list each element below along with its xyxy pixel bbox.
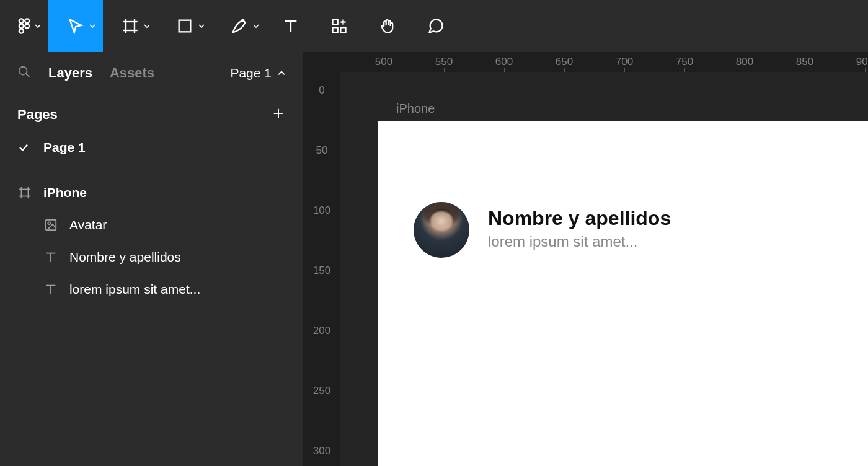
layer-label: Nombre y apellidos <box>69 250 181 265</box>
artboard-iphone[interactable]: Nombre y apellidos lorem ipsum sit amet.… <box>378 121 868 466</box>
comment-tool-button[interactable] <box>412 0 460 52</box>
chevron-down-icon <box>89 20 95 32</box>
page-selector-label: Page 1 <box>230 66 272 81</box>
ruler-h-tick: 600 <box>495 56 513 68</box>
avatar[interactable] <box>414 202 469 258</box>
chevron-down-icon <box>253 20 259 32</box>
svg-rect-13 <box>333 20 338 25</box>
svg-rect-26 <box>46 220 56 231</box>
ruler-h-tick: 850 <box>796 56 813 68</box>
svg-line-19 <box>26 73 30 77</box>
figma-menu-button[interactable] <box>0 0 48 52</box>
text-icon <box>43 282 58 297</box>
ruler-v-tick: 50 <box>316 144 328 157</box>
tab-assets[interactable]: Assets <box>110 65 154 81</box>
sidebar-tabs-row: Layers Assets Page 1 <box>0 52 303 94</box>
left-sidebar: Layers Assets Page 1 Pages Page 1 <box>0 52 303 466</box>
search-icon[interactable] <box>17 65 31 81</box>
frame-label[interactable]: iPhone <box>396 102 435 116</box>
svg-point-4 <box>19 29 24 33</box>
layer-label: iPhone <box>43 185 87 200</box>
layer-text-subtitle[interactable]: lorem ipsum sit amet... <box>0 273 303 306</box>
page-selector[interactable]: Page 1 <box>230 66 285 81</box>
layers-section: iPhone Avatar Nombre y apellidos lorem i… <box>0 170 303 306</box>
frame-icon <box>17 185 32 200</box>
layer-text-name[interactable]: Nombre y apellidos <box>0 241 303 273</box>
ruler-h-tick: 700 <box>616 56 633 68</box>
chevron-up-icon <box>278 69 285 77</box>
layer-image-avatar[interactable]: Avatar <box>0 209 303 241</box>
ruler-horizontal: 500550600650700750800850900 <box>340 52 868 72</box>
ruler-v-tick: 100 <box>313 204 330 217</box>
layer-label: Avatar <box>69 218 107 232</box>
pen-tool-button[interactable] <box>212 0 267 52</box>
move-tool-button[interactable] <box>48 0 103 52</box>
svg-rect-14 <box>333 27 338 32</box>
ruler-vertical: 050100150200250300 <box>303 72 340 466</box>
ruler-h-tick: 900 <box>856 56 868 68</box>
ruler-v-tick: 150 <box>313 265 330 277</box>
layer-label: lorem ipsum sit amet... <box>69 282 200 297</box>
resources-tool-button[interactable] <box>315 0 363 52</box>
page-item[interactable]: Page 1 <box>0 131 303 170</box>
chevron-down-icon <box>198 20 205 32</box>
svg-point-1 <box>25 19 29 23</box>
add-page-button[interactable] <box>272 107 285 123</box>
layer-frame-iphone[interactable]: iPhone <box>0 177 303 209</box>
pages-header: Pages <box>0 94 303 131</box>
svg-point-27 <box>48 222 50 224</box>
pages-title: Pages <box>17 107 58 123</box>
chevron-down-icon <box>35 20 41 32</box>
main-area: Layers Assets Page 1 Pages Page 1 <box>0 52 868 466</box>
card-subtitle-text[interactable]: lorem ipsum sit amet... <box>488 233 637 250</box>
tab-layers[interactable]: Layers <box>48 65 92 81</box>
ruler-v-tick: 200 <box>313 325 330 337</box>
chevron-down-icon <box>144 20 150 32</box>
text-icon <box>43 250 58 265</box>
ruler-h-tick: 650 <box>556 56 573 68</box>
ruler-h-tick: 750 <box>676 56 693 68</box>
ruler-h-tick: 800 <box>736 56 753 68</box>
image-icon <box>43 218 58 232</box>
text-tool-button[interactable] <box>267 0 315 52</box>
sidebar-tabs: Layers Assets <box>17 65 154 81</box>
ruler-h-tick: 500 <box>375 56 392 68</box>
svg-point-3 <box>25 24 29 29</box>
ruler-corner <box>303 52 340 72</box>
svg-point-0 <box>19 19 24 23</box>
svg-rect-15 <box>340 27 345 32</box>
shape-tool-button[interactable] <box>157 0 212 52</box>
card-name-text[interactable]: Nombre y apellidos <box>488 207 671 230</box>
ruler-h-tick: 550 <box>435 56 453 68</box>
svg-point-18 <box>19 66 27 74</box>
ruler-v-tick: 300 <box>313 445 330 457</box>
check-icon <box>17 142 30 153</box>
frame-tool-button[interactable] <box>103 0 157 52</box>
hand-tool-button[interactable] <box>363 0 412 52</box>
toolbar <box>0 0 868 52</box>
svg-rect-9 <box>179 20 191 32</box>
ruler-v-tick: 250 <box>313 385 330 397</box>
pages-section: Pages Page 1 <box>0 94 303 170</box>
ruler-v-tick: 0 <box>319 84 324 97</box>
svg-point-2 <box>19 24 24 29</box>
page-item-label: Page 1 <box>43 140 86 155</box>
canvas-area[interactable]: 500550600650700750800850900 050100150200… <box>303 52 868 466</box>
